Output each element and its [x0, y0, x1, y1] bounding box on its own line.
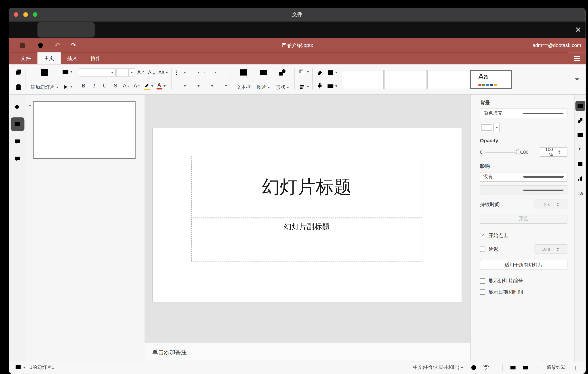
insert-shape-button[interactable]: 形状: [273, 67, 292, 92]
fit-slide-button[interactable]: [508, 363, 518, 373]
add-slide-button[interactable]: 添加幻灯片: [28, 67, 60, 92]
account-email: adm***@dootask.com: [533, 43, 581, 48]
vertical-align-button[interactable]: [188, 81, 201, 91]
align-shape-button[interactable]: [297, 82, 310, 92]
copy-button[interactable]: [13, 67, 23, 77]
spellcheck-icon: ABC ✓: [483, 364, 490, 371]
show-date-time-checkbox[interactable]: [480, 289, 485, 295]
chevron-down-icon: [111, 72, 113, 73]
theme-tile-blank-3[interactable]: [427, 70, 469, 89]
start-slideshow-button[interactable]: [61, 82, 74, 92]
language-button[interactable]: 中文(中华人民共和国): [412, 363, 464, 373]
shape-settings-button[interactable]: [575, 115, 585, 125]
minus-icon: −: [534, 364, 539, 371]
fullscreen-window-button[interactable]: [33, 12, 38, 17]
highlight-color-button[interactable]: [143, 81, 154, 91]
decrease-indent-button[interactable]: [201, 68, 211, 78]
hamburger-menu-button[interactable]: [574, 52, 580, 64]
background-fill-select[interactable]: 颜色填充: [480, 109, 567, 118]
search-panel-button[interactable]: [10, 100, 24, 114]
document-title: 产品介绍.pptx: [281, 42, 313, 49]
theme-gallery-expand-button[interactable]: [572, 67, 582, 91]
theme-tile-blank-2[interactable]: [384, 70, 426, 89]
superscript-button[interactable]: A2: [121, 81, 131, 91]
opacity-slider[interactable]: [485, 149, 518, 154]
notes-area[interactable]: 单击添加备注: [144, 343, 471, 361]
set-language-button[interactable]: [469, 363, 479, 373]
zoom-in-button[interactable]: +: [572, 363, 579, 373]
decrease-font-button[interactable]: A: [146, 68, 156, 78]
zoom-out-button[interactable]: −: [533, 363, 540, 373]
undo-button[interactable]: ↶: [54, 42, 60, 49]
clear-style-button[interactable]: [315, 68, 325, 78]
print-button[interactable]: [37, 42, 44, 49]
theme-tile-selected[interactable]: Aa: [470, 70, 512, 89]
font-name-combo[interactable]: [78, 68, 116, 77]
title-placeholder[interactable]: 幻灯片标题: [191, 156, 422, 218]
start-slideshow-status-button[interactable]: [13, 363, 27, 373]
italic-button[interactable]: I: [89, 81, 99, 91]
bold-button[interactable]: B: [78, 81, 88, 91]
slide-layout-button[interactable]: [61, 67, 74, 77]
slide-1[interactable]: 幻灯片标题 幻灯片副标题: [153, 128, 462, 302]
shape-fill-button[interactable]: [326, 68, 338, 78]
close-window-button[interactable]: [14, 12, 19, 17]
insert-textbox-button[interactable]: 文本框: [233, 67, 253, 92]
minimize-window-button[interactable]: [23, 12, 28, 17]
increase-font-button[interactable]: A: [136, 68, 146, 78]
start-on-click-checkbox[interactable]: ✓: [480, 233, 485, 238]
line-spacing-button[interactable]: [201, 81, 214, 91]
tab-file[interactable]: 文件: [14, 52, 37, 64]
slide-size-button[interactable]: [326, 81, 338, 91]
fit-width-button[interactable]: [521, 363, 530, 373]
apply-to-all-button[interactable]: 适用于所有幻灯片: [480, 260, 567, 270]
columns-button[interactable]: [215, 81, 228, 91]
strikethrough-button[interactable]: S: [111, 81, 120, 91]
background-color-picker[interactable]: [480, 123, 500, 132]
arrange-shape-button[interactable]: [297, 67, 310, 77]
table-settings-button[interactable]: [575, 159, 585, 169]
horizontal-align-button[interactable]: [174, 81, 187, 91]
increase-indent-button[interactable]: [212, 68, 222, 78]
tab-home[interactable]: 主页: [37, 52, 61, 64]
underline-button[interactable]: U: [100, 81, 110, 91]
spellcheck-button[interactable]: ABC ✓: [482, 363, 491, 373]
bullets-button[interactable]: [174, 68, 187, 78]
paragraph-icon: ¶: [579, 146, 581, 152]
comments-panel-button[interactable]: [10, 135, 24, 149]
chart-settings-button[interactable]: [575, 174, 585, 183]
chevron-down-icon: [225, 85, 227, 87]
spinner[interactable]: [554, 150, 566, 154]
numbering-button[interactable]: [188, 68, 201, 78]
subscript-button[interactable]: A2: [132, 81, 142, 91]
effect-select[interactable]: 没有: [480, 172, 567, 182]
chat-panel-button[interactable]: [10, 152, 24, 166]
redo-button[interactable]: ↷: [71, 42, 76, 49]
subtitle-placeholder[interactable]: 幻灯片副标题: [191, 219, 422, 262]
font-color-button[interactable]: A: [155, 81, 167, 91]
slide-thumbnail-1[interactable]: [33, 101, 136, 159]
show-slide-number-checkbox[interactable]: [480, 278, 485, 284]
comment-icon: [14, 138, 21, 145]
delay-checkbox[interactable]: [480, 246, 485, 252]
textart-settings-button[interactable]: Ta: [575, 188, 585, 198]
editor-header: ↶ ↷ 产品介绍.pptx adm***@dootask.com: [9, 38, 586, 52]
tab-collaboration[interactable]: 协作: [84, 52, 107, 64]
tab-insert[interactable]: 插入: [61, 52, 84, 64]
change-case-button[interactable]: Aa: [157, 68, 169, 78]
slide-settings-button[interactable]: [575, 101, 585, 111]
paragraph-group: [174, 67, 228, 92]
slider-thumb[interactable]: [516, 149, 521, 154]
slide-canvas[interactable]: 幻灯片标题 幻灯片副标题: [144, 95, 471, 343]
opacity-input[interactable]: 100 %: [540, 147, 567, 157]
slides-panel-button[interactable]: [10, 117, 24, 131]
paste-button[interactable]: [13, 82, 23, 92]
save-button[interactable]: [19, 42, 26, 49]
close-preview-button[interactable]: ✕: [575, 26, 581, 33]
theme-tile-blank-1[interactable]: [342, 70, 384, 89]
font-size-combo[interactable]: [116, 68, 135, 77]
image-settings-button[interactable]: [575, 130, 585, 140]
paragraph-settings-button[interactable]: ¶: [575, 144, 585, 154]
insert-image-button[interactable]: 图片: [254, 67, 273, 92]
copy-style-button[interactable]: [315, 81, 325, 91]
